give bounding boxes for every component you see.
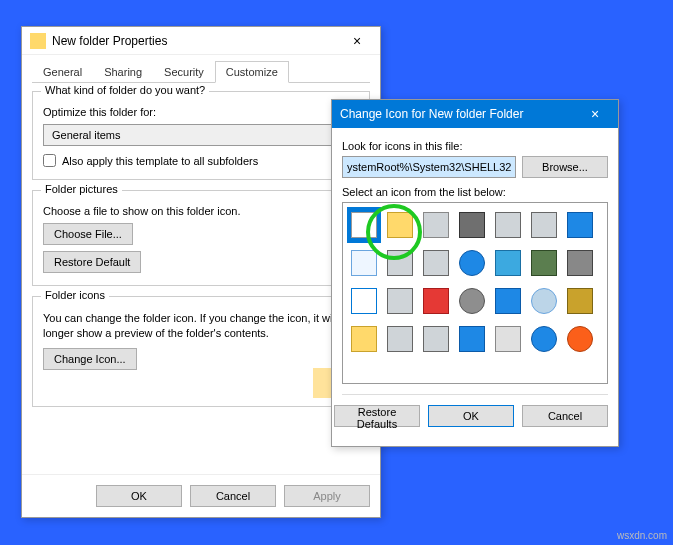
dialog-buttons: OK Cancel Apply <box>22 474 380 517</box>
globe-icon[interactable] <box>455 245 489 281</box>
folder2-icon[interactable] <box>347 321 381 357</box>
cancel-button[interactable]: Cancel <box>190 485 276 507</box>
group-pictures: Folder pictures Choose a file to show on… <box>32 190 370 286</box>
watermark: wsxdn.com <box>617 530 667 541</box>
stop-icon[interactable] <box>563 321 597 357</box>
restore-defaults-button[interactable]: Restore Defaults <box>334 405 420 427</box>
apply-button[interactable]: Apply <box>284 485 370 507</box>
group-icons-label: Folder icons <box>41 289 109 301</box>
pictures-desc: Choose a file to show on this folder ico… <box>43 205 359 217</box>
group-kind: What kind of folder do you want? Optimiz… <box>32 91 370 180</box>
titlebar[interactable]: Change Icon for New folder Folder × <box>332 100 618 128</box>
printer-icon[interactable] <box>491 207 525 243</box>
highlight-circle-icon <box>366 204 422 260</box>
printer2-icon[interactable] <box>383 283 417 319</box>
apply-subfolders-checkbox[interactable] <box>43 154 56 167</box>
group-pictures-label: Folder pictures <box>41 183 122 195</box>
cancel-button[interactable]: Cancel <box>522 405 608 427</box>
restore-default-button[interactable]: Restore Default <box>43 251 141 273</box>
calendar-icon[interactable] <box>491 321 525 357</box>
optimize-combo[interactable]: General items <box>43 124 359 146</box>
help-icon[interactable] <box>527 321 561 357</box>
ok-button[interactable]: OK <box>428 405 514 427</box>
close-icon[interactable]: × <box>580 106 610 122</box>
group-icons: Folder icons You can change the folder i… <box>32 296 370 407</box>
group-kind-label: What kind of folder do you want? <box>41 84 209 96</box>
window-title: New folder Properties <box>52 34 342 48</box>
cd-drive-icon[interactable] <box>419 245 453 281</box>
icon-path-input[interactable] <box>342 156 516 178</box>
picker-buttons: Restore Defaults OK Cancel <box>342 394 608 427</box>
gears-icon[interactable] <box>563 283 597 319</box>
change-icon-button[interactable]: Change Icon... <box>43 348 137 370</box>
net-drive-icon[interactable] <box>491 245 525 281</box>
titlebar[interactable]: New folder Properties × <box>22 27 380 55</box>
optimize-label: Optimize this folder for: <box>43 106 359 118</box>
tabstrip: General Sharing Security Customize <box>32 61 370 83</box>
device-icon[interactable] <box>383 321 417 357</box>
block-icon[interactable] <box>419 283 453 319</box>
change-icon-window: Change Icon for New folder Folder × Look… <box>331 99 619 447</box>
disc-icon[interactable] <box>455 283 489 319</box>
drive2-icon[interactable] <box>419 321 453 357</box>
drive-icon[interactable] <box>419 207 453 243</box>
apply-subfolders-label: Also apply this template to all subfolde… <box>62 155 258 167</box>
chip-icon[interactable] <box>527 245 561 281</box>
properties-window: New folder Properties × General Sharing … <box>21 26 381 518</box>
monitor-icon[interactable] <box>563 207 597 243</box>
tab-sharing[interactable]: Sharing <box>93 61 153 83</box>
select-label: Select an icon from the list below: <box>342 186 608 198</box>
ok-button[interactable]: OK <box>96 485 182 507</box>
floppy-icon[interactable] <box>527 207 561 243</box>
icons-desc: You can change the folder icon. If you c… <box>43 311 359 342</box>
look-label: Look for icons in this file: <box>342 140 608 152</box>
search-icon[interactable] <box>527 283 561 319</box>
close-icon[interactable]: × <box>342 33 372 49</box>
laptop-icon[interactable] <box>455 321 489 357</box>
tab-general[interactable]: General <box>32 61 93 83</box>
choose-file-button[interactable]: Choose File... <box>43 223 133 245</box>
tab-security[interactable]: Security <box>153 61 215 83</box>
tab-customize[interactable]: Customize <box>215 61 289 83</box>
ram-icon[interactable] <box>455 207 489 243</box>
window-icon[interactable] <box>347 283 381 319</box>
folder-icon <box>30 33 46 49</box>
window-title: Change Icon for New folder Folder <box>340 107 580 121</box>
browse-button[interactable]: Browse... <box>522 156 608 178</box>
dvd-icon[interactable] <box>563 245 597 281</box>
network-icon[interactable] <box>491 283 525 319</box>
